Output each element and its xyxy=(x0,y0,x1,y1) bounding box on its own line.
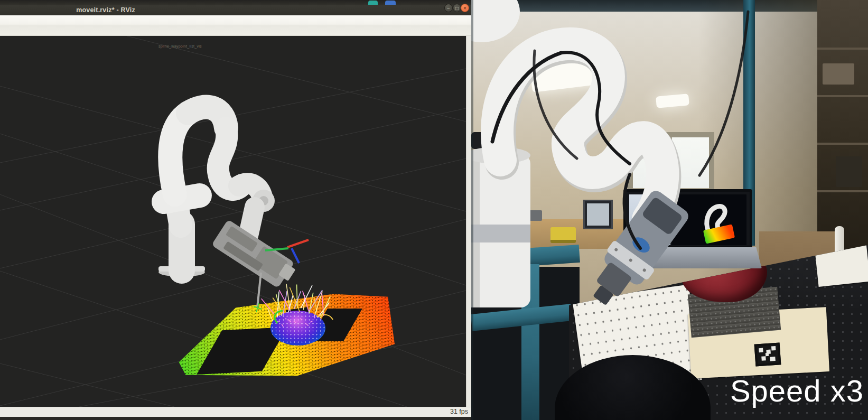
probe-tip xyxy=(257,273,261,307)
rviz-titlebar[interactable]: moveit.rviz* - RViz − □ × xyxy=(0,5,471,15)
rviz-statusbar: 31 fps xyxy=(0,407,471,417)
pane-divider xyxy=(471,0,473,420)
robot-model xyxy=(0,36,466,407)
rviz-toolbar-area xyxy=(0,15,471,36)
maximize-button[interactable]: □ xyxy=(453,4,461,12)
minimize-button[interactable]: − xyxy=(444,4,453,12)
background-app-icon xyxy=(368,1,378,5)
x-axis-red xyxy=(287,240,309,247)
window-title: moveit.rviz* - RViz xyxy=(32,5,180,15)
background-app-icon xyxy=(385,1,396,5)
close-button[interactable]: × xyxy=(461,4,469,12)
surface-normal-markers xyxy=(262,284,330,327)
real-end-effector xyxy=(580,187,694,317)
rviz-window: moveit.rviz* - RViz − □ × xyxy=(0,0,471,420)
real-robot-arm xyxy=(471,0,868,420)
minimize-icon: − xyxy=(447,5,450,11)
fps-counter: 31 fps xyxy=(450,408,468,415)
rviz-3d-viewport[interactable]: spline_waypoint_list_vis xyxy=(0,36,466,407)
lab-camera-photo: Speed x3 xyxy=(471,0,868,420)
close-icon: × xyxy=(463,5,466,11)
desktop-top-strip xyxy=(0,0,471,5)
z-axis-blue xyxy=(292,248,299,263)
maximize-icon: □ xyxy=(455,5,459,11)
speed-overlay-label: Speed x3 xyxy=(730,373,864,408)
viewport-right-gutter xyxy=(466,36,471,407)
desktop-bottom-strip xyxy=(0,417,471,420)
screenshot-stage: moveit.rviz* - RViz − □ × xyxy=(0,0,868,420)
